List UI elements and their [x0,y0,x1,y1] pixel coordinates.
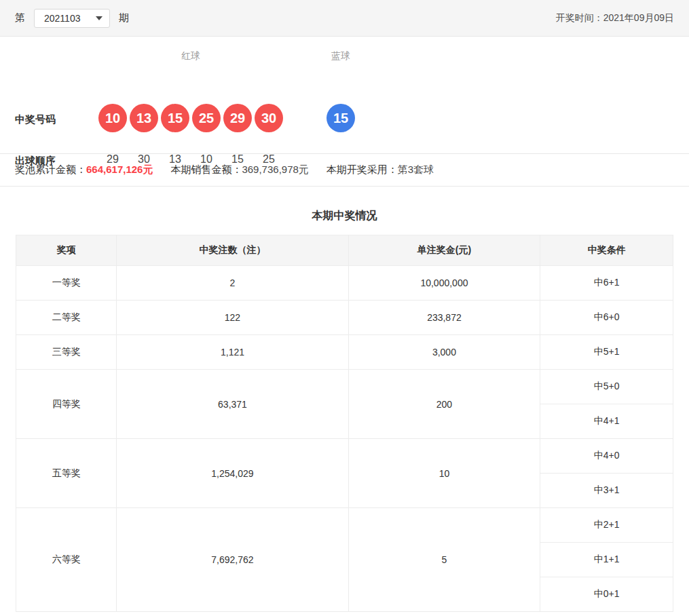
prize-table-section: 本期中奖情况 奖项 中奖注数（注） 单注奖金(元) 中奖条件 一等奖 2 10,… [0,187,689,612]
red-ball: 30 [255,104,283,132]
red-ball: 25 [192,104,221,132]
amount-cell: 3,000 [348,335,540,370]
ball-set-info: 本期开奖采用： 第3套球 [327,163,434,176]
draw-order-numbers: 29 30 13 10 15 25 [98,153,283,166]
amount-cell: 233,872 [348,301,540,335]
condition-cell: 中4+0 [540,439,673,474]
condition-cell: 中1+1 [540,543,673,577]
red-ball: 10 [98,104,127,132]
condition-cell: 中3+1 [540,474,673,508]
prize-cell: 一等奖 [16,266,117,301]
draw-time-value: 2021年09月09日 [603,12,674,23]
winning-numbers-row-label: 中奖号码 [15,113,56,126]
header-conditions: 中奖条件 [540,235,673,266]
red-ball: 13 [130,104,158,132]
table-row: 四等奖 63,371 200 中5+0 [16,370,673,404]
draw-order-number: 13 [161,153,189,166]
period-bar: 第 2021103 期 开奖时间：2021年09月09日 [0,0,689,37]
blue-ball: 15 [327,104,355,132]
condition-cell: 中6+1 [540,266,673,301]
condition-cell: 中6+0 [540,301,673,335]
prize-cell: 三等奖 [16,335,117,370]
amount-cell: 5 [348,508,540,612]
draw-time: 开奖时间：2021年09月09日 [556,12,674,24]
table-row: 六等奖 7,692,762 5 中2+1 [16,508,673,543]
red-ball: 29 [223,104,252,132]
table-row: 一等奖 2 10,000,000 中6+1 [16,266,673,301]
red-ball: 15 [161,104,189,132]
prize-table-title: 本期中奖情况 [16,209,673,223]
period-prefix-label: 第 [15,12,25,24]
prize-cell: 二等奖 [16,301,117,335]
count-cell: 1,254,029 [117,439,348,508]
chevron-down-icon [96,16,103,20]
count-cell: 7,692,762 [117,508,348,612]
header-count: 中奖注数（注） [117,235,348,266]
table-row: 三等奖 1,121 3,000 中5+1 [16,335,673,370]
blue-ball-group-label: 蓝球 [327,50,355,62]
period-select[interactable]: 2021103 [34,9,110,28]
draw-order-number: 30 [130,153,158,166]
condition-cell: 中0+1 [540,577,673,612]
draw-time-label: 开奖时间： [556,12,603,23]
count-cell: 1,121 [117,335,348,370]
period-select-value: 2021103 [44,13,80,24]
draw-order-number: 10 [192,153,221,166]
table-row: 二等奖 122 233,872 中6+0 [16,301,673,335]
table-row: 五等奖 1,254,029 10 中4+0 [16,439,673,474]
red-balls: 10 13 15 25 29 30 [98,104,283,132]
header-prize: 奖项 [16,235,117,266]
period-suffix-label: 期 [119,12,129,24]
table-header-row: 奖项 中奖注数（注） 单注奖金(元) 中奖条件 [16,235,673,266]
ball-set-label: 本期开奖采用： [327,163,398,176]
count-cell: 122 [117,301,348,335]
winning-numbers-section: 红球 蓝球 中奖号码 10 13 15 25 29 30 15 出球顺序 29 … [0,37,689,153]
prize-cell: 四等奖 [16,370,117,439]
draw-order-number: 15 [223,153,252,166]
count-cell: 63,371 [117,370,348,439]
amount-cell: 10 [348,439,540,508]
draw-order-number: 29 [98,153,127,166]
prize-table: 奖项 中奖注数（注） 单注奖金(元) 中奖条件 一等奖 2 10,000,000… [16,235,673,612]
prize-cell: 五等奖 [16,439,117,508]
period-selector-group: 第 2021103 期 [15,9,129,28]
amount-cell: 10,000,000 [348,266,540,301]
condition-cell: 中4+1 [540,404,673,439]
red-balls-group-label: 红球 [98,50,283,62]
draw-order-row-label: 出球顺序 [15,155,56,168]
prize-cell: 六等奖 [16,508,117,612]
count-cell: 2 [117,266,348,301]
amount-cell: 200 [348,370,540,439]
ball-set-value: 第3套球 [398,163,434,176]
draw-order-number: 25 [255,153,283,166]
condition-cell: 中5+0 [540,370,673,404]
header-amount: 单注奖金(元) [348,235,540,266]
condition-cell: 中5+1 [540,335,673,370]
condition-cell: 中2+1 [540,508,673,543]
